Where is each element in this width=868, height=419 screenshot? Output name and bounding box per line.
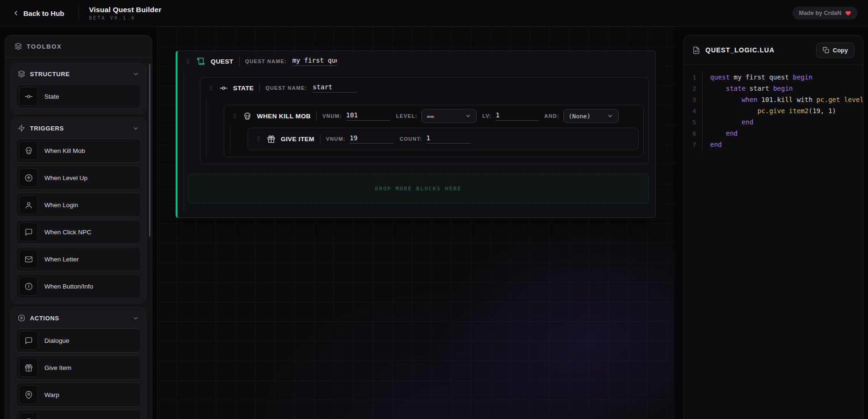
divider	[239, 57, 240, 66]
copy-button[interactable]: Copy	[816, 43, 855, 58]
back-to-hub-button[interactable]: Back to Hub	[12, 9, 64, 17]
and-condition-select[interactable]: (None)	[563, 109, 619, 123]
indent-guide	[206, 98, 206, 157]
check-circle-icon	[19, 412, 38, 419]
toolbox-panel: TOOLBOX STRUCTURE State TRIGGERS	[5, 35, 152, 419]
quest-name-input[interactable]	[292, 57, 337, 66]
when-kill-mob-header: WHEN KILL MOB VNUM: LEVEL: ==	[224, 105, 643, 127]
chevron-left-icon	[12, 9, 20, 17]
toolbox-item-when-level-up[interactable]: When Level Up	[16, 166, 141, 190]
code-panel-title: QUEST_LOGIC.LUA	[705, 46, 775, 54]
and-label: AND:	[544, 113, 559, 119]
mail-icon	[19, 250, 38, 268]
arrow-up-circle-icon	[19, 168, 38, 187]
toolbox-item-give-item[interactable]: Give Item	[16, 355, 141, 380]
toolbox-item-label: When Login	[44, 202, 78, 209]
drag-handle-icon[interactable]	[256, 135, 262, 143]
section-triggers: TRIGGERS When Kill Mob When Level Up Whe…	[11, 117, 146, 303]
toolbox-header: TOOLBOX	[5, 36, 152, 58]
heart-icon	[845, 10, 851, 16]
drop-zone[interactable]: DROP MORE BLOCKS HERE	[188, 173, 649, 203]
level-operator-select[interactable]: ==	[421, 109, 477, 123]
level-value-input[interactable]	[496, 111, 539, 121]
git-commit-icon	[19, 87, 38, 106]
section-label: TRIGGERS	[30, 125, 64, 132]
indent-guide	[230, 127, 230, 150]
chevron-down-icon	[132, 315, 139, 322]
toolbox-item-dialogue[interactable]: Dialogue	[16, 328, 141, 353]
copy-icon	[823, 47, 829, 53]
skull-icon	[243, 112, 251, 120]
quest-canvas[interactable]: QUEST QUEST NAME: STATE QUEST NAME:	[157, 27, 674, 419]
scroll-icon	[197, 57, 205, 65]
item-vnum-input[interactable]	[349, 134, 394, 144]
level-label: LEVEL:	[396, 113, 418, 119]
layers-icon	[18, 70, 25, 78]
gift-icon	[19, 358, 38, 377]
page-title: Visual Quest Builder	[89, 6, 162, 14]
section-structure: STRUCTURE State	[11, 63, 146, 114]
give-item-header: GIVE ITEM VNUM: COUNT:	[248, 128, 638, 150]
divider	[259, 83, 260, 93]
zap-icon	[18, 124, 25, 132]
drag-handle-icon[interactable]	[185, 58, 191, 65]
toolbox-item-when-click-npc[interactable]: When Click NPC	[16, 220, 141, 244]
code-line: 6 end	[684, 128, 863, 139]
item-count-input[interactable]	[427, 134, 471, 144]
code-line: 7 end	[684, 139, 863, 150]
toolbox-scrollbar[interactable]	[149, 64, 150, 237]
code-panel: QUEST_LOGIC.LUA Copy 1 quest my_first_qu…	[683, 35, 863, 419]
state-name-label: QUEST NAME:	[265, 85, 307, 91]
toolbox-item-set-quest-state[interactable]: Set Quest State	[16, 410, 141, 419]
drag-handle-icon[interactable]	[232, 112, 238, 120]
toolbox-item-state[interactable]: State	[16, 84, 141, 108]
toolbox-item-label: Give Item	[44, 364, 71, 371]
toolbox-item-when-letter[interactable]: When Letter	[16, 247, 141, 271]
line-number: 6	[684, 128, 703, 139]
line-number: 4	[684, 105, 703, 116]
when-kill-mob-block: WHEN KILL MOB VNUM: LEVEL: ==	[224, 105, 644, 157]
section-triggers-header[interactable]: TRIGGERS	[11, 118, 146, 138]
quest-block-title: QUEST	[211, 58, 234, 65]
line-number: 3	[684, 94, 703, 105]
skull-icon	[19, 141, 38, 160]
code-area: 1 quest my_first_quest begin 2 state sta…	[684, 65, 863, 150]
back-label: Back to Hub	[23, 9, 64, 17]
section-actions-header[interactable]: ACTIONS	[11, 308, 146, 328]
toolbox-item-when-login[interactable]: When Login	[16, 193, 141, 217]
toolbox-item-label: Dialogue	[44, 337, 69, 344]
divider	[316, 111, 317, 121]
toolbox-item-label: When Kill Mob	[44, 147, 85, 154]
file-code-icon	[692, 46, 700, 54]
toolbox-item-when-kill-mob[interactable]: When Kill Mob	[16, 138, 141, 163]
section-structure-header[interactable]: STRUCTURE	[11, 64, 146, 84]
line-number: 5	[684, 116, 703, 128]
drag-handle-icon[interactable]	[208, 84, 214, 92]
toolbox-item-warp[interactable]: Warp	[16, 383, 141, 407]
layers-icon	[14, 43, 22, 50]
state-name-input[interactable]	[313, 83, 357, 93]
state-block: STATE QUEST NAME: WHEN KILL MOB	[200, 77, 649, 164]
state-block-title: STATE	[233, 85, 254, 92]
mob-vnum-input[interactable]	[346, 111, 391, 121]
section-actions: ACTIONS Dialogue Give Item Warp	[11, 307, 146, 419]
code-line: 1 quest my_first_quest begin	[684, 72, 863, 83]
copy-label: Copy	[833, 47, 848, 54]
lv-label: LV:	[482, 113, 491, 119]
item-count-label: COUNT:	[399, 136, 422, 142]
quest-block: QUEST QUEST NAME: STATE QUEST NAME:	[176, 51, 656, 218]
toolbox-item-label: When Click NPC	[44, 229, 92, 236]
user-icon	[19, 195, 38, 214]
toolbox-item-when-button-info[interactable]: When Button/Info	[16, 274, 141, 298]
message-square-icon	[19, 331, 38, 350]
code-line: 2 state start begin	[684, 83, 863, 94]
toolbox-item-label: When Button/Info	[44, 283, 93, 290]
code-line: 5 end	[684, 116, 863, 128]
code-panel-header: QUEST_LOGIC.LUA Copy	[684, 36, 863, 65]
item-vnum-label: VNUM:	[326, 136, 346, 142]
toolbox-item-label: When Level Up	[44, 174, 87, 181]
line-number: 2	[684, 83, 703, 94]
chevron-down-icon	[465, 113, 471, 119]
toolbox-item-label: State	[44, 93, 59, 100]
chevron-down-icon	[132, 125, 139, 132]
